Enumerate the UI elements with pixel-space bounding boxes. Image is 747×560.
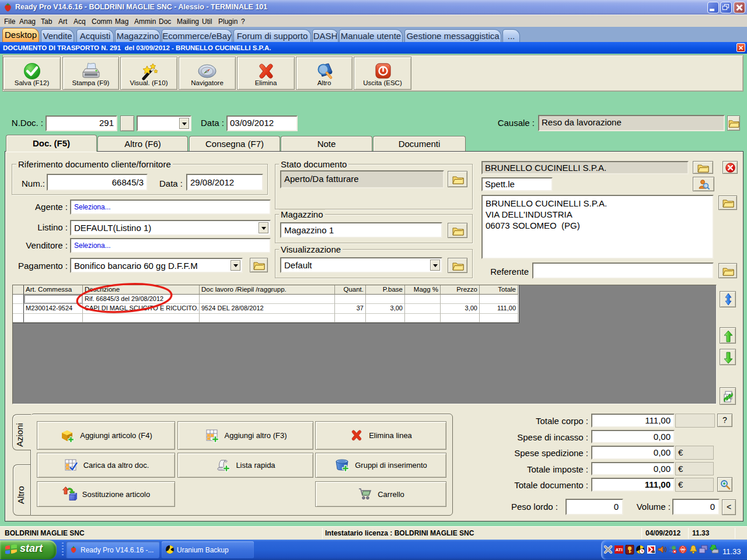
svg-text:ATI: ATI — [615, 547, 622, 552]
